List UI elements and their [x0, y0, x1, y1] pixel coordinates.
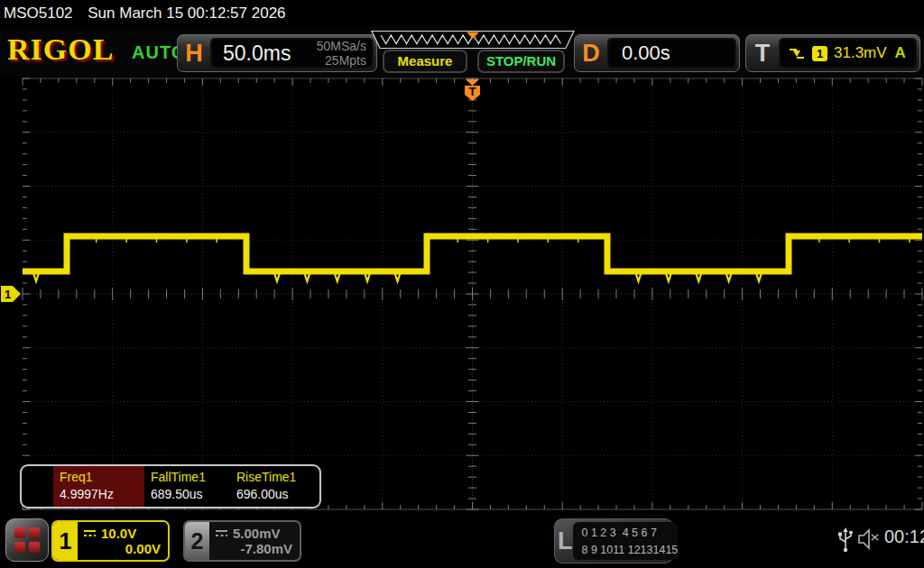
measurement-label: FallTime1 [151, 470, 230, 484]
h-label: H [178, 40, 210, 68]
t-label: T [746, 40, 779, 68]
rigol-logo: RIGOL [7, 32, 114, 67]
timebase-value: 50.0ms [210, 41, 291, 66]
channel-1-badge: 1 [53, 522, 78, 560]
measurement-cell-falltime[interactable]: FallTime1 689.50us [144, 466, 230, 507]
model-name: MSO5102 [4, 5, 73, 22]
channel-2-badge: 2 [185, 522, 209, 560]
sample-rate: 50MSa/s [317, 39, 366, 53]
dc-coupling-icon [83, 529, 97, 538]
status-bar: MSO5102 Sun March 15 00:12:57 2026 [0, 0, 924, 27]
speaker-muted-icon[interactable] [857, 528, 881, 550]
logic-channels-status[interactable]: L 0 1 2 3 4 5 6 78 9 1011 12131415 [554, 518, 673, 563]
measurement-value: 696.00us [236, 487, 320, 501]
menu-grid-icon[interactable] [5, 518, 49, 562]
trigger-sweep-mode: A [895, 44, 911, 62]
usb-icon [837, 527, 854, 553]
logic-label: L [558, 522, 573, 560]
measure-button[interactable]: Measure [383, 50, 467, 73]
grid-dots [14, 527, 40, 553]
measurement-label: Freq1 [60, 470, 144, 484]
logic-channel-numbers: 0 1 2 3 4 5 6 78 9 1011 12131415 [573, 522, 679, 560]
trigger-position-marker[interactable]: T [465, 79, 480, 101]
graticule-area: T1 Freq1 4.9997Hz FallTime1 689.50us Ris… [0, 76, 924, 514]
channel-2-offset: -7.80mV [240, 541, 292, 556]
trigger-level-value: 31.3mV [834, 44, 887, 62]
measurement-results-panel[interactable]: Freq1 4.9997Hz FallTime1 689.50us RiseTi… [20, 464, 321, 508]
channel-1-level-marker[interactable]: 1 [1, 286, 21, 302]
measurement-label: RiseTime1 [236, 470, 320, 484]
trigger-panel[interactable]: T 1 31.3mV A [745, 34, 920, 72]
dc-coupling-icon [215, 529, 228, 538]
svg-text:1: 1 [5, 288, 11, 301]
trigger-source-badge: 1 [812, 46, 827, 61]
channel-2-scale: 5.00mV [233, 526, 281, 541]
delay-value: 0.00s [607, 41, 670, 65]
measurement-value: 4.9997Hz [60, 487, 144, 501]
svg-text:T: T [469, 85, 476, 98]
oscilloscope-display: MSO5102 Sun March 15 00:12:57 2026 RIGOL… [0, 0, 924, 568]
acquisition-info: 50MSa/s 25Mpts [317, 39, 374, 68]
memory-depth: 25Mpts [317, 53, 366, 68]
channel-1-offset: 0.00V [125, 541, 161, 556]
trigger-falling-edge-icon [788, 46, 806, 60]
stop-run-button[interactable]: STOP/RUN [477, 50, 565, 73]
channel-1-status[interactable]: 1 10.0V 0.00V [51, 520, 170, 562]
channel-1-scale: 10.0V [101, 526, 136, 541]
waveform-overview-strip[interactable] [370, 30, 576, 50]
measurement-value: 689.50us [151, 487, 230, 501]
measurement-cell-freq[interactable]: Freq1 4.9997Hz [53, 466, 144, 507]
horizontal-timebase-panel[interactable]: H 50.0ms 50MSa/s 25Mpts [177, 34, 377, 72]
scope-plot: T1 [0, 76, 924, 514]
horizontal-delay-panel[interactable]: D 0.00s [574, 34, 740, 72]
header-bar: RIGOL AUTO H 50.0ms 50MSa/s 25Mpts Measu… [0, 27, 924, 76]
date-time: Sun March 15 00:12:57 2026 [88, 5, 285, 22]
uptime-clock: 00:12 [884, 527, 924, 547]
channel-2-status[interactable]: 2 5.00mV -7.80mV [183, 520, 301, 562]
bottom-bar: 1 10.0V 0.00V 2 [0, 514, 924, 568]
measurement-cell-risetime[interactable]: RiseTime1 696.00us [230, 466, 320, 507]
d-label: D [575, 40, 607, 68]
